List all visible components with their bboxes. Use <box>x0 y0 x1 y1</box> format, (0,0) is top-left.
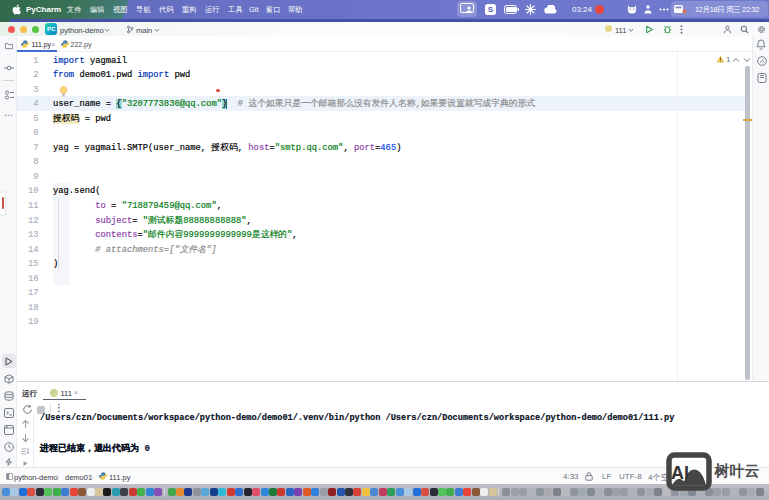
svg-text:AI: AI <box>671 463 689 483</box>
svg-text:S: S <box>488 5 494 14</box>
svg-text:树叶云: 树叶云 <box>714 462 760 479</box>
